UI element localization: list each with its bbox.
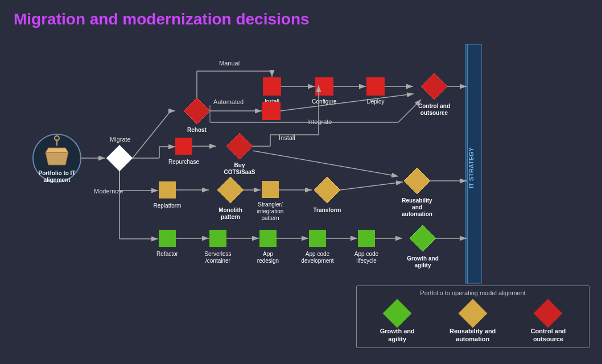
svg-rect-60 (309, 230, 326, 247)
reusability-label3: automation (402, 211, 432, 217)
svg-rect-54 (159, 230, 176, 247)
svg-line-25 (281, 94, 414, 111)
modernize-label: Modernize (94, 188, 123, 195)
svg-marker-7 (106, 145, 133, 171)
migrate-label: Migrate (110, 136, 131, 143)
control-label1: Control and (418, 103, 450, 109)
reusability-automation-legend-label: Reusability andautomation (450, 327, 496, 344)
serverless-label2: /container (205, 258, 231, 264)
growth-agility-icon (383, 299, 412, 328)
applifecycle-label1: App code (354, 251, 379, 257)
legend-item-control: Control andoutsource (531, 303, 566, 344)
rehost-label: Rehost (187, 127, 207, 133)
svg-rect-45 (262, 181, 279, 198)
strangler-label2: integration (257, 208, 284, 214)
it-strategy-label: IT STRATEGY (468, 147, 475, 188)
growth-label2: agility (415, 262, 431, 268)
svg-marker-4 (46, 148, 68, 152)
svg-rect-15 (263, 77, 281, 96)
portfolio-label2: alignment (43, 177, 71, 183)
applifecycle-label2: lifecycle (356, 258, 377, 264)
reusability-automation-icon (458, 299, 487, 328)
svg-marker-34 (226, 133, 253, 159)
svg-rect-56 (209, 230, 226, 247)
svg-marker-3 (46, 152, 68, 165)
configure-label: Configure (312, 98, 337, 105)
portfolio-label: Portfolio to IT (39, 170, 76, 176)
repurchase-label: Repurchase (168, 159, 199, 165)
strangler-label1: Strangler/ (258, 201, 283, 208)
monolith-label2: pattern (221, 214, 240, 220)
strangler-label3: pattern (261, 215, 279, 221)
growth-agility-legend-label: Growth andagility (380, 327, 415, 344)
svg-marker-47 (314, 177, 340, 203)
buycots-label1: Buy (234, 162, 245, 168)
page: Migration and modernization decisions IT… (0, 0, 602, 364)
appcode-label1: App code (306, 251, 330, 257)
svg-line-9 (133, 111, 171, 158)
control-outsource-icon (534, 299, 563, 328)
svg-rect-58 (259, 230, 277, 247)
legend-items: Growth andagility Reusability andautomat… (357, 299, 589, 348)
svg-marker-21 (421, 73, 447, 100)
svg-marker-49 (404, 168, 430, 194)
legend-box: Portfolio to operating model alignment G… (356, 286, 589, 348)
appredesign-label1: App (263, 251, 273, 257)
svg-rect-66 (467, 44, 468, 283)
svg-rect-42 (159, 181, 176, 198)
manual-label: Manual (219, 60, 240, 67)
svg-marker-44 (217, 177, 244, 203)
svg-rect-32 (175, 138, 192, 155)
growth-label1: Growth and (407, 255, 439, 262)
svg-line-28 (398, 100, 421, 122)
control-label2: outsource (420, 110, 448, 116)
buycots-label2: COTS/SaaS (224, 169, 255, 175)
legend-title: Portfolio to operating model alignment (357, 286, 589, 299)
legend-item-growth: Growth andagility (380, 303, 415, 344)
refactor-label: Refactor (156, 251, 178, 257)
automated-label: Automated (213, 98, 244, 105)
svg-rect-24 (262, 102, 281, 120)
appcode-label2: development (301, 258, 333, 264)
install-label-cots: Install (279, 134, 295, 141)
svg-marker-11 (184, 98, 210, 124)
svg-line-39 (253, 151, 398, 176)
reusability-label1: Reusability (402, 197, 432, 204)
monolith-label1: Monolith (218, 207, 242, 213)
replatform-label: Replatform (154, 202, 182, 209)
svg-rect-17 (315, 77, 333, 96)
svg-line-50 (340, 182, 403, 190)
legend-item-reusability: Reusability andautomation (450, 303, 496, 344)
serverless-label1: Serverless (204, 251, 231, 257)
integrate-label: Integrate (307, 118, 332, 125)
svg-rect-19 (366, 77, 385, 96)
reusability-label2: and (412, 204, 422, 210)
svg-rect-62 (358, 230, 375, 247)
svg-marker-64 (410, 225, 436, 251)
transform-label: Transform (314, 207, 341, 213)
appredesign-label2: redesign (257, 258, 279, 264)
control-outsource-legend-label: Control andoutsource (531, 327, 566, 344)
